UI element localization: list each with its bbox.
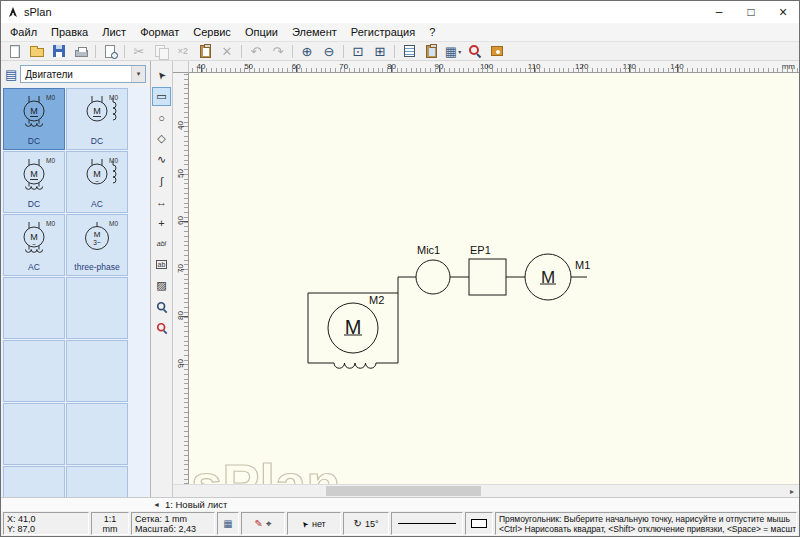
status-angle[interactable]: ↻ 15°: [343, 512, 389, 535]
chevron-down-icon[interactable]: ▾: [131, 66, 145, 82]
toolbar-print-button[interactable]: [70, 42, 92, 60]
tool-select-button[interactable]: ➤: [152, 66, 171, 85]
app-window: sPlan – □ × ФайлПравкаЛистФорматСервисОп…: [0, 0, 800, 537]
status-message: Прямоугольник: Выберите начальную точку,…: [495, 512, 797, 535]
toolbar-zoom-out-button[interactable]: ⊖: [318, 42, 340, 60]
status-coordinates: X: 41,0 Y: 87,0: [3, 512, 89, 535]
menu-bar: ФайлПравкаЛистФорматСервисОпцииЭлементРе…: [1, 23, 799, 42]
toolbar-open-button[interactable]: [26, 42, 48, 60]
menu-item-registration[interactable]: Регистрация: [344, 24, 422, 40]
tool-dimension-button[interactable]: ↔: [152, 192, 171, 211]
status-bar: X: 41,0 Y: 87,0 1:1 mm Сетка: 1 mm Масшт…: [1, 511, 799, 536]
library-icon: ▤: [5, 67, 17, 82]
ruler-h-tick: [582, 65, 583, 72]
toolbar-print-preview-button[interactable]: [99, 42, 121, 60]
tool-special-shape-button[interactable]: ◇: [152, 129, 171, 148]
reference-labels: M2 Mic1 EP1 M1: [369, 244, 590, 306]
fill-style-selector[interactable]: [465, 512, 493, 535]
menu-item-file[interactable]: Файл: [3, 24, 44, 40]
ruler-h-tick: [344, 65, 345, 72]
status-tools: ✎ ⌖: [241, 512, 285, 535]
status-grid-toggle[interactable]: ▦: [217, 512, 239, 535]
tool-rectangle-button[interactable]: ▭: [152, 87, 171, 106]
library-cell-dc-1[interactable]: M0MDC: [3, 88, 65, 150]
toolbar-separator: [394, 45, 395, 58]
window-title: sPlan: [24, 6, 52, 18]
ruler-unit: mm: [782, 62, 795, 71]
tool-image-button[interactable]: ▨: [152, 276, 171, 295]
svg-text:~: ~: [95, 178, 99, 184]
grid-dropdown-arrow[interactable]: ▾: [458, 48, 461, 55]
tool-bezier-button[interactable]: ∫: [152, 171, 171, 190]
ruler-row: mm 405060708090100110120130140: [173, 61, 799, 73]
toolbar-component-list-button[interactable]: [398, 42, 420, 60]
drawing-canvas[interactable]: sPlan: [189, 73, 799, 484]
tool-text-box-button[interactable]: ab: [152, 255, 171, 274]
toolbar-grid-button[interactable]: ▦▾: [442, 42, 464, 60]
tool-ellipse-button[interactable]: ○: [152, 108, 171, 127]
close-button[interactable]: ×: [767, 1, 799, 23]
zoom-icon: [156, 301, 168, 313]
menu-item-format[interactable]: Формат: [133, 24, 186, 40]
menu-item-sheet[interactable]: Лист: [95, 24, 133, 40]
toolbar-paste-button[interactable]: [194, 42, 216, 60]
toolbar-clipboard-viewer-button[interactable]: [420, 42, 442, 60]
component-badge: M0: [46, 220, 55, 227]
library-cell-dc-2[interactable]: M0MDC: [66, 88, 128, 150]
library-cell-three-phase[interactable]: M0M3~three-phase: [66, 214, 128, 276]
capture-icon[interactable]: ⌖: [266, 519, 272, 529]
library-cell-empty-4: [3, 403, 65, 465]
sheet-tab-active[interactable]: 1: Новый лист: [165, 499, 227, 510]
clipboard-viewer-icon: [426, 45, 437, 58]
cursor-icon: ➤: [300, 518, 312, 529]
image-icon: ▨: [156, 279, 166, 292]
grid-toggle-icon[interactable]: ▦: [223, 519, 232, 529]
scrollbar-thumb[interactable]: [326, 486, 481, 496]
toolbar-redline-zoom-button[interactable]: [464, 42, 486, 60]
library-select[interactable]: Двигатели ▾: [20, 65, 146, 83]
horizontal-scrollbar[interactable]: ▸: [173, 484, 799, 497]
dimension-icon: ↔: [156, 196, 167, 208]
ruler-h-tick: [296, 65, 297, 72]
library-cell-ac-2[interactable]: M0M~AC: [3, 214, 65, 276]
toolbar-delete-button: ✕: [216, 42, 238, 60]
status-snap[interactable]: ➤ нет: [287, 512, 341, 535]
svg-text:M: M: [30, 106, 38, 116]
toolbar-save-button[interactable]: [48, 42, 70, 60]
toolbar-zoom-window-button[interactable]: ⊡: [347, 42, 369, 60]
scroll-right-button[interactable]: ▸: [785, 485, 799, 497]
ruler-corner: [173, 61, 189, 73]
menu-item-service[interactable]: Сервис: [186, 24, 238, 40]
menu-item-help[interactable]: ?: [422, 24, 442, 40]
tool-text-button[interactable]: abl: [152, 234, 171, 253]
menu-item-options[interactable]: Опции: [238, 24, 285, 40]
toolbar-snapshot-button[interactable]: [486, 42, 508, 60]
toolbar-zoom-in-button[interactable]: ⊕: [296, 42, 318, 60]
tool-node-button[interactable]: +: [152, 213, 171, 232]
microphone-mic1-symbol[interactable]: [416, 260, 450, 294]
tool-zoom-button[interactable]: [152, 297, 171, 316]
fill-style-preview: [471, 519, 487, 528]
tool-zoom-region-button[interactable]: [152, 318, 171, 337]
redo-icon: ↷: [273, 45, 284, 58]
component-ep1-symbol[interactable]: [469, 259, 506, 295]
redline-zoom-icon: [468, 44, 482, 58]
menu-item-element[interactable]: Элемент: [285, 24, 344, 40]
tool-polyline-button[interactable]: ∿: [152, 150, 171, 169]
motor-m1-letter: M: [541, 268, 555, 287]
minimize-button[interactable]: –: [703, 1, 735, 23]
tab-scroll-left-icon[interactable]: ◄: [153, 501, 160, 508]
menu-item-edit[interactable]: Правка: [44, 24, 95, 40]
scrollbar-track[interactable]: [189, 485, 785, 497]
text-icon: abl: [157, 240, 166, 247]
toolbar-zoom-all-button[interactable]: ⊞: [369, 42, 391, 60]
toolbar-new-button[interactable]: [4, 42, 26, 60]
line-style-selector[interactable]: [391, 512, 463, 535]
toolbar-separator: [124, 45, 125, 58]
component-label: AC: [4, 262, 64, 272]
redline-pen-icon[interactable]: ✎: [254, 519, 262, 529]
status-scale-ratio: 1:1 mm: [91, 512, 129, 535]
maximize-button[interactable]: □: [735, 1, 767, 23]
library-cell-dc-3[interactable]: M0MDC: [3, 151, 65, 213]
library-cell-ac-1[interactable]: M0M~AC: [66, 151, 128, 213]
